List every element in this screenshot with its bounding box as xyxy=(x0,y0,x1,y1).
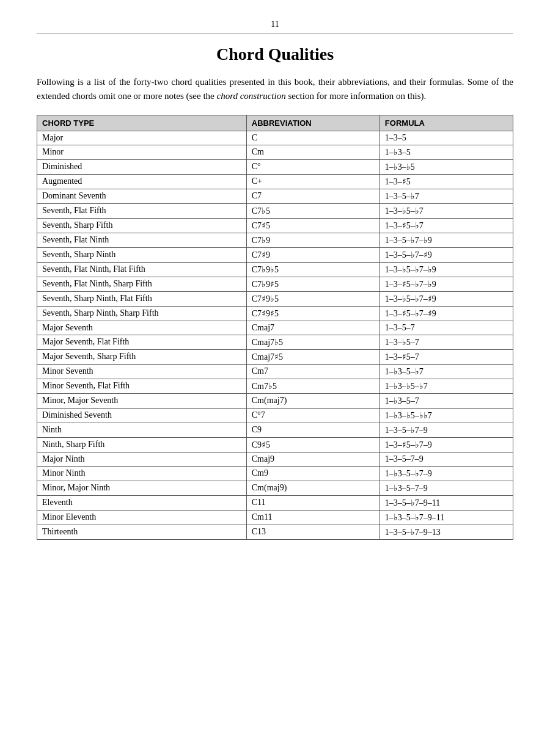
cell-chord-type: Major Seventh xyxy=(37,321,247,335)
col-header-type: CHORD TYPE xyxy=(37,115,247,131)
table-row: Minor, Major SeventhCm(maj7)1–♭3–5–7 xyxy=(37,393,513,408)
cell-abbreviation: Cm(maj9) xyxy=(246,481,380,495)
cell-chord-type: Thirteenth xyxy=(37,525,247,539)
cell-chord-type: Dominant Seventh xyxy=(37,189,247,203)
cell-chord-type: Diminished xyxy=(37,159,247,174)
cell-chord-type: Major xyxy=(37,131,247,145)
cell-chord-type: Minor, Major Seventh xyxy=(37,393,247,408)
table-row: Major Seventh, Flat FifthCmaj7♭51–3–♭5–7 xyxy=(37,335,513,349)
table-row: Minor SeventhCm71–♭3–5–♭7 xyxy=(37,364,513,379)
cell-chord-type: Ninth xyxy=(37,423,247,437)
table-row: Minor NinthCm91–♭3–5–♭7–9 xyxy=(37,466,513,481)
cell-abbreviation: C° xyxy=(246,159,380,174)
cell-formula: 1–♭3–5–♭7–9 xyxy=(380,466,513,481)
cell-formula: 1–3–♯5 xyxy=(380,174,513,189)
cell-formula: 1–3–5–♭7 xyxy=(380,189,513,203)
cell-formula: 1–3–5–♭7–9–13 xyxy=(380,525,513,539)
cell-formula: 1–3–5–7 xyxy=(380,321,513,335)
page-title: Chord Qualities xyxy=(37,45,513,64)
cell-chord-type: Seventh, Sharp Ninth xyxy=(37,247,247,262)
cell-abbreviation: Cmaj9 xyxy=(246,452,380,466)
cell-abbreviation: C7♭5 xyxy=(246,203,380,218)
table-row: Diminished SeventhC°71–♭3–♭5–♭♭7 xyxy=(37,408,513,423)
chord-qualities-table: CHORD TYPE ABBREVIATION FORMULA MajorC1–… xyxy=(37,115,513,540)
intro-text-after: section for more information on this). xyxy=(286,91,427,101)
cell-abbreviation: Cm xyxy=(246,145,380,159)
cell-abbreviation: C7 xyxy=(246,189,380,203)
cell-chord-type: Major Ninth xyxy=(37,452,247,466)
cell-formula: 1–♭3–5 xyxy=(380,145,513,159)
cell-abbreviation: Cm7♭5 xyxy=(246,379,380,393)
page-number: 11 xyxy=(271,20,279,29)
cell-chord-type: Eleventh xyxy=(37,495,247,510)
table-row: Seventh, Sharp NinthC7♯91–3–5–♭7–♯9 xyxy=(37,247,513,262)
cell-abbreviation: Cmaj7 xyxy=(246,321,380,335)
table-header-row: CHORD TYPE ABBREVIATION FORMULA xyxy=(37,115,513,131)
cell-abbreviation: Cm11 xyxy=(246,510,380,525)
cell-chord-type: Minor Eleventh xyxy=(37,510,247,525)
cell-formula: 1–♭3–♭5 xyxy=(380,159,513,174)
cell-formula: 1–3–5–♭7–♭9 xyxy=(380,233,513,247)
table-row: Ninth, Sharp FifthC9♯51–3–♯5–♭7–9 xyxy=(37,437,513,452)
cell-formula: 1–3–♯5–7 xyxy=(380,349,513,364)
cell-abbreviation: Cm(maj7) xyxy=(246,393,380,408)
table-row: Seventh, Flat Ninth, Sharp FifthC7♭9♯51–… xyxy=(37,277,513,291)
cell-formula: 1–♭3–5–7–9 xyxy=(380,481,513,495)
cell-abbreviation: C9 xyxy=(246,423,380,437)
cell-formula: 1–♭3–5–7 xyxy=(380,393,513,408)
cell-formula: 1–3–5 xyxy=(380,131,513,145)
cell-abbreviation: C xyxy=(246,131,380,145)
cell-chord-type: Seventh, Sharp Ninth, Sharp Fifth xyxy=(37,306,247,321)
cell-formula: 1–♭3–5–♭7–9–11 xyxy=(380,510,513,525)
cell-chord-type: Seventh, Flat Ninth, Sharp Fifth xyxy=(37,277,247,291)
cell-formula: 1–3–♭5–♭7–♯9 xyxy=(380,291,513,306)
cell-formula: 1–3–5–♭7–9 xyxy=(380,423,513,437)
cell-formula: 1–3–♯5–♭7–9 xyxy=(380,437,513,452)
table-row: Seventh, Sharp Ninth, Sharp FifthC7♯9♯51… xyxy=(37,306,513,321)
cell-abbreviation: C7♯9 xyxy=(246,247,380,262)
cell-abbreviation: Cm7 xyxy=(246,364,380,379)
cell-chord-type: Ninth, Sharp Fifth xyxy=(37,437,247,452)
cell-chord-type: Seventh, Flat Ninth, Flat Fifth xyxy=(37,262,247,277)
table-row: Seventh, Sharp Ninth, Flat FifthC7♯9♭51–… xyxy=(37,291,513,306)
cell-formula: 1–♭3–♭5–♭♭7 xyxy=(380,408,513,423)
cell-chord-type: Minor Seventh xyxy=(37,364,247,379)
table-row: Major NinthCmaj91–3–5–7–9 xyxy=(37,452,513,466)
intro-paragraph: Following is a list of the forty-two cho… xyxy=(37,75,513,104)
cell-abbreviation: C7♯9♯5 xyxy=(246,306,380,321)
col-header-formula: FORMULA xyxy=(380,115,513,131)
table-row: EleventhC111–3–5–♭7–9–11 xyxy=(37,495,513,510)
table-row: Seventh, Sharp FifthC7♯51–3–♯5–♭7 xyxy=(37,218,513,233)
cell-chord-type: Seventh, Sharp Fifth xyxy=(37,218,247,233)
cell-formula: 1–3–♯5–♭7–♯9 xyxy=(380,306,513,321)
table-row: NinthC91–3–5–♭7–9 xyxy=(37,423,513,437)
cell-abbreviation: Cmaj7♭5 xyxy=(246,335,380,349)
cell-formula: 1–3–5–♭7–9–11 xyxy=(380,495,513,510)
cell-formula: 1–3–♭5–♭7 xyxy=(380,203,513,218)
cell-formula: 1–3–♯5–♭7 xyxy=(380,218,513,233)
page: 11 Chord Qualities Following is a list o… xyxy=(0,0,550,756)
cell-formula: 1–3–♭5–7 xyxy=(380,335,513,349)
cell-formula: 1–♭3–♭5–♭7 xyxy=(380,379,513,393)
intro-italic: chord construction xyxy=(217,91,286,101)
cell-abbreviation: Cmaj7♯5 xyxy=(246,349,380,364)
cell-abbreviation: C7♭9♭5 xyxy=(246,262,380,277)
table-row: Minor Seventh, Flat FifthCm7♭51–♭3–♭5–♭7 xyxy=(37,379,513,393)
col-header-abbr: ABBREVIATION xyxy=(246,115,380,131)
table-row: Minor, Major NinthCm(maj9)1–♭3–5–7–9 xyxy=(37,481,513,495)
cell-formula: 1–3–5–7–9 xyxy=(380,452,513,466)
cell-abbreviation: C7♯5 xyxy=(246,218,380,233)
table-row: AugmentedC+1–3–♯5 xyxy=(37,174,513,189)
cell-abbreviation: Cm9 xyxy=(246,466,380,481)
cell-chord-type: Diminished Seventh xyxy=(37,408,247,423)
cell-abbreviation: C11 xyxy=(246,495,380,510)
cell-chord-type: Augmented xyxy=(37,174,247,189)
table-row: Major SeventhCmaj71–3–5–7 xyxy=(37,321,513,335)
table-row: Seventh, Flat Ninth, Flat FifthC7♭9♭51–3… xyxy=(37,262,513,277)
cell-chord-type: Minor Ninth xyxy=(37,466,247,481)
table-row: Seventh, Flat FifthC7♭51–3–♭5–♭7 xyxy=(37,203,513,218)
table-row: MajorC1–3–5 xyxy=(37,131,513,145)
cell-formula: 1–3–♯5–♭7–♭9 xyxy=(380,277,513,291)
page-number-row: 11 xyxy=(37,18,513,34)
table-row: Dominant SeventhC71–3–5–♭7 xyxy=(37,189,513,203)
